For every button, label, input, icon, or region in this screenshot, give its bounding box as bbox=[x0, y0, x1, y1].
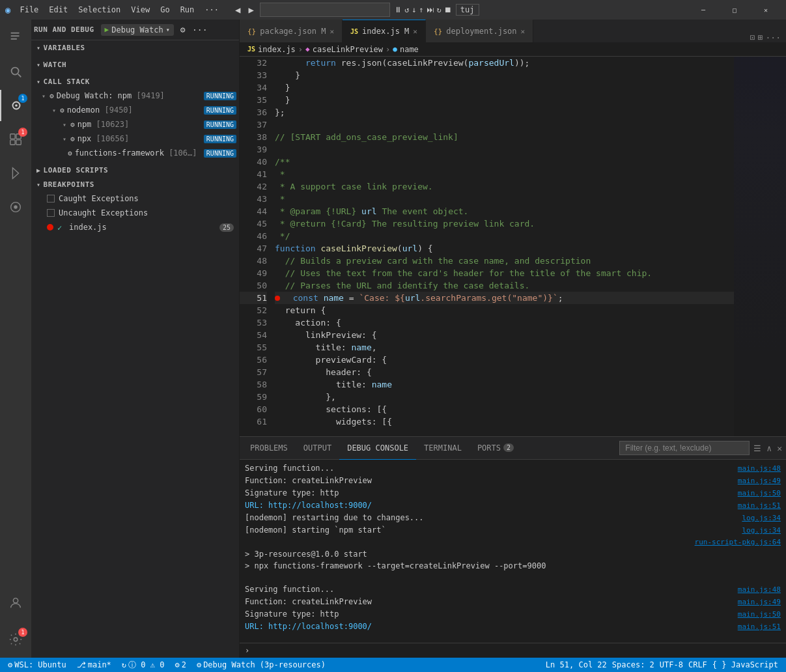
activity-debug[interactable]: 1 bbox=[0, 90, 31, 121]
debug-stop-icon[interactable]: ⏹ bbox=[444, 5, 452, 14]
status-language[interactable]: { } JavaScript bbox=[710, 660, 781, 669]
console-source-link[interactable]: main.js:49 bbox=[738, 596, 781, 608]
search-input[interactable] bbox=[260, 3, 390, 17]
console-filter-input[interactable] bbox=[619, 441, 750, 455]
status-position[interactable]: Ln 51, Col 22 bbox=[543, 660, 610, 669]
breadcrumb-sep-1: › bbox=[298, 45, 303, 54]
breadcrumb-file[interactable]: JS index.js bbox=[247, 45, 296, 54]
watch-chevron-icon: ▾ bbox=[36, 61, 41, 68]
menu-selection[interactable]: Selection bbox=[74, 4, 124, 16]
debug-step-over-icon[interactable]: ↓ bbox=[412, 5, 416, 14]
uncaught-exceptions-checkbox[interactable] bbox=[47, 209, 55, 217]
watch-section-header[interactable]: ▾ WATCH bbox=[31, 57, 239, 72]
menu-go[interactable]: Go bbox=[156, 4, 173, 16]
console-source-link[interactable]: run-script-pkg.js:64 bbox=[695, 537, 781, 548]
menu-edit[interactable]: Edit bbox=[45, 4, 72, 16]
breakpoint-indexjs[interactable]: ✓ index.js 25 bbox=[31, 220, 239, 234]
tab-deployment-json-close[interactable]: ✕ bbox=[521, 27, 526, 36]
activity-extensions[interactable]: 1 bbox=[0, 124, 31, 155]
activity-test[interactable] bbox=[0, 158, 31, 189]
console-line: URL: http://localhost:9000/main.js:51 bbox=[245, 499, 781, 512]
loaded-scripts-header[interactable]: ▶ LOADED SCRIPTS bbox=[31, 163, 239, 177]
console-source-link[interactable]: main.js:49 bbox=[738, 475, 781, 487]
debug-step-into-icon[interactable]: ↑ bbox=[419, 5, 423, 14]
debug-pause-icon[interactable]: ⏸ bbox=[394, 5, 402, 14]
console-source-link[interactable]: log.js:34 bbox=[742, 512, 781, 524]
tab-index-js-close[interactable]: ✕ bbox=[413, 27, 417, 36]
caught-exceptions-checkbox[interactable] bbox=[47, 195, 55, 203]
activity-explorer[interactable] bbox=[0, 22, 31, 53]
close-btn[interactable]: ✕ bbox=[751, 0, 781, 20]
status-spaces[interactable]: Spaces: 2 bbox=[610, 660, 657, 669]
debug-config-selector[interactable]: ▶ Debug Watch ▾ bbox=[101, 24, 174, 36]
code-content[interactable]: return res.json(caseLinkPreview(parsedUr… bbox=[272, 57, 734, 436]
minimize-btn[interactable]: ─ bbox=[688, 0, 718, 20]
debug-back-btn[interactable]: ◀ bbox=[233, 3, 242, 16]
console-input[interactable] bbox=[252, 646, 781, 655]
activity-account[interactable] bbox=[0, 587, 31, 619]
panel-tab-debug-console[interactable]: DEBUG CONSOLE bbox=[339, 437, 416, 460]
maximize-btn[interactable]: □ bbox=[720, 0, 750, 20]
status-branch[interactable]: ⎇ main* bbox=[74, 660, 114, 669]
console-close-icon[interactable]: ✕ bbox=[776, 442, 783, 455]
activity-remote[interactable] bbox=[0, 191, 31, 223]
debug-step-out-icon[interactable]: ⏭ bbox=[427, 5, 434, 14]
tab-package-json-close[interactable]: ✕ bbox=[330, 27, 334, 36]
debug-settings-btn[interactable]: ⚙ bbox=[175, 22, 191, 38]
status-wsl[interactable]: ⚙ WSL: Ubuntu bbox=[5, 660, 69, 669]
line-number-53: 53 bbox=[240, 316, 267, 329]
status-debug-label: Debug Watch (3p-resources) bbox=[203, 660, 326, 669]
callstack-item-3[interactable]: ▾ ⚙ npx [10656] RUNNING bbox=[31, 132, 239, 146]
callstack-item-1[interactable]: ▾ ⚙ nodemon [9450] RUNNING bbox=[31, 103, 239, 117]
console-source-link[interactable]: main.js:50 bbox=[738, 488, 781, 499]
breakpoint-caught[interactable]: Caught Exceptions bbox=[31, 191, 239, 206]
console-source-link[interactable]: main.js:48 bbox=[738, 463, 781, 475]
tab-package-json[interactable]: {} package.json M ✕ bbox=[240, 20, 343, 42]
toggle-layout-icon[interactable]: ⊞ bbox=[758, 33, 763, 42]
activity-search[interactable] bbox=[0, 56, 31, 87]
breakpoint-uncaught[interactable]: Uncaught Exceptions bbox=[31, 206, 239, 220]
more-tabs-icon[interactable]: ··· bbox=[766, 33, 781, 42]
console-output[interactable]: Serving function...main.js:48Function: c… bbox=[240, 460, 786, 643]
line-number-32: 32 bbox=[240, 57, 267, 69]
variables-section-header[interactable]: ▾ VARIABLES bbox=[31, 40, 239, 55]
console-collapse-icon[interactable]: ∧ bbox=[765, 442, 773, 455]
status-eol[interactable]: CRLF bbox=[686, 660, 710, 669]
debug-restart-icon[interactable]: ↺ bbox=[404, 5, 409, 14]
breadcrumb-function[interactable]: ◆ caseLinkPreview bbox=[305, 45, 383, 54]
callstack-item-4[interactable]: ⚙ functions-framework [106…] RUNNING bbox=[31, 146, 239, 160]
breadcrumb-name[interactable]: ● name bbox=[393, 45, 419, 54]
callstack-item-0[interactable]: ▾ ⚙ Debug Watch: npm [9419] RUNNING bbox=[31, 89, 239, 103]
split-editor-icon[interactable]: ⊡ bbox=[750, 33, 755, 42]
console-list-icon[interactable]: ☰ bbox=[752, 442, 763, 455]
callstack-item-2[interactable]: ▾ ⚙ npm [10623] RUNNING bbox=[31, 117, 239, 132]
panel-tab-output[interactable]: OUTPUT bbox=[296, 437, 339, 460]
debug-continue-icon[interactable]: ↻ bbox=[437, 5, 442, 14]
activity-settings[interactable]: 1 bbox=[0, 624, 31, 655]
callstack-section-header[interactable]: ▾ CALL STACK bbox=[31, 74, 239, 89]
panel-tab-ports[interactable]: PORTS 2 bbox=[470, 437, 522, 460]
code-line-44: * @param {!URL} url The event object. bbox=[275, 205, 734, 217]
menu-more[interactable]: ··· bbox=[201, 4, 223, 16]
console-source-link[interactable]: main.js:48 bbox=[738, 584, 781, 596]
panel-tab-terminal[interactable]: TERMINAL bbox=[416, 437, 470, 460]
tab-deployment-json[interactable]: {} deployment.json ✕ bbox=[426, 20, 533, 42]
console-source-link[interactable]: main.js:51 bbox=[738, 500, 781, 512]
menu-file[interactable]: File bbox=[16, 4, 42, 16]
panel-tab-problems[interactable]: PROBLEMS bbox=[242, 437, 296, 460]
status-debug[interactable]: ⚙ Debug Watch (3p-resources) bbox=[194, 660, 328, 669]
debug-more-btn[interactable]: ··· bbox=[192, 22, 208, 38]
line-number-57: 57 bbox=[240, 366, 267, 378]
console-source-link[interactable]: log.js:34 bbox=[742, 525, 781, 537]
line-number-58: 58 bbox=[240, 378, 267, 391]
tab-index-js[interactable]: JS index.js M ✕ bbox=[343, 20, 426, 42]
menu-view[interactable]: View bbox=[127, 4, 154, 16]
console-source-link[interactable]: main.js:50 bbox=[738, 609, 781, 621]
status-encoding[interactable]: UTF-8 bbox=[657, 660, 686, 669]
menu-run[interactable]: Run bbox=[176, 4, 199, 16]
breakpoints-section-header[interactable]: ▾ BREAKPOINTS bbox=[31, 177, 239, 191]
status-sync[interactable]: ↻ ⓘ 0 ⚠ 0 bbox=[119, 660, 167, 671]
console-source-link[interactable]: main.js:51 bbox=[738, 621, 781, 633]
debug-forward-btn[interactable]: ▶ bbox=[246, 3, 255, 16]
status-ports[interactable]: ⚙ 2 bbox=[172, 660, 188, 669]
